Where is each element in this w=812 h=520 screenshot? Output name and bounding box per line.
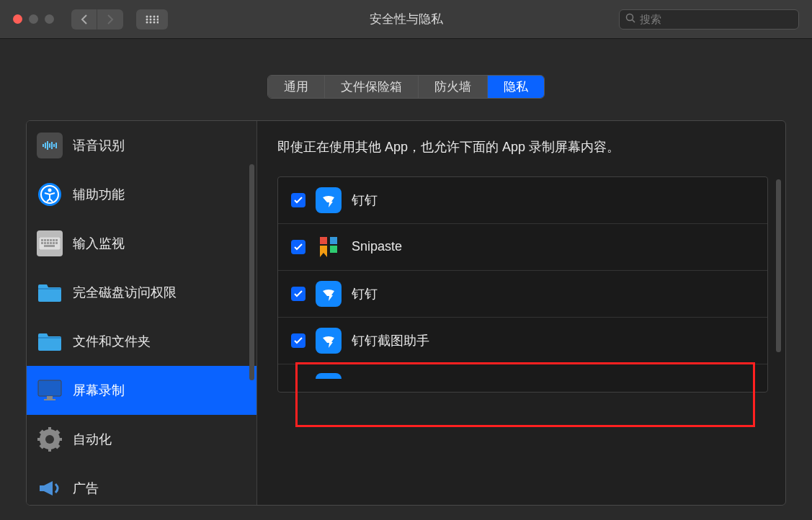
sidebar-item-label: 文件和文件夹: [73, 333, 151, 350]
tab-privacy[interactable]: 隐私: [488, 76, 544, 98]
svg-point-12: [627, 14, 633, 20]
sidebar: 语音识别 辅助功能 输入监视: [27, 121, 257, 505]
search-box[interactable]: [619, 9, 799, 30]
svg-rect-32: [44, 242, 46, 244]
gear-icon: [37, 426, 63, 452]
sidebar-item-automation[interactable]: 自动化: [27, 415, 256, 464]
close-button[interactable]: [13, 14, 22, 24]
svg-line-13: [633, 19, 635, 22]
svg-rect-27: [47, 239, 49, 241]
nav-buttons: [71, 9, 123, 30]
dingtalk-icon: [316, 328, 342, 354]
svg-rect-54: [330, 237, 337, 244]
svg-rect-28: [50, 239, 52, 241]
sidebar-item-label: 辅助功能: [73, 186, 125, 203]
svg-point-11: [157, 21, 159, 23]
svg-rect-20: [55, 143, 57, 148]
sidebar-item-voice[interactable]: 语音识别: [27, 121, 256, 170]
checkbox[interactable]: [291, 333, 305, 348]
tabs-row: 通用 文件保险箱 防火墙 隐私: [0, 39, 812, 120]
app-item-peek[interactable]: [278, 364, 767, 383]
show-all-button[interactable]: [136, 9, 168, 30]
svg-rect-15: [45, 143, 46, 148]
svg-rect-29: [53, 239, 55, 241]
dingtalk-icon: [316, 187, 342, 213]
svg-rect-39: [38, 337, 61, 339]
sidebar-item-label: 语音识别: [73, 137, 125, 154]
sidebar-item-ads[interactable]: 广告: [27, 464, 256, 505]
checkbox[interactable]: [291, 193, 305, 207]
accessibility-icon: [37, 181, 63, 207]
sidebar-item-files-folders[interactable]: 文件和文件夹: [27, 317, 256, 366]
svg-rect-42: [44, 399, 55, 400]
app-name: 钉钉: [352, 192, 378, 209]
sidebar-item-label: 自动化: [73, 431, 112, 448]
sidebar-item-label: 广告: [73, 480, 99, 497]
maximize-button[interactable]: [45, 14, 54, 24]
forward-button[interactable]: [97, 9, 123, 30]
content-box: 语音识别 辅助功能 输入监视: [26, 120, 786, 506]
app-list-scrollbar[interactable]: [776, 179, 781, 352]
app-item[interactable]: 钉钉: [278, 271, 767, 318]
dingtalk-icon: [316, 281, 342, 307]
app-name: 钉钉截图助手: [352, 332, 429, 349]
sidebar-scrollbar[interactable]: [249, 164, 254, 380]
svg-rect-47: [37, 438, 42, 441]
sidebar-item-input-monitoring[interactable]: 输入监视: [27, 219, 256, 268]
sidebar-item-label: 输入监视: [73, 235, 125, 252]
app-name: Snipaste: [352, 239, 402, 254]
svg-rect-38: [38, 288, 61, 290]
back-button[interactable]: [71, 9, 97, 30]
folder-icon: [37, 328, 63, 354]
svg-rect-30: [55, 239, 58, 241]
keyboard-icon: [37, 230, 63, 256]
svg-point-2: [153, 15, 156, 17]
checkbox[interactable]: [291, 240, 305, 254]
sidebar-item-full-disk[interactable]: 完全磁盘访问权限: [27, 268, 256, 317]
svg-rect-26: [44, 239, 46, 241]
svg-point-9: [150, 21, 152, 23]
svg-point-1: [150, 15, 152, 17]
app-list-wrapper: 钉钉: [277, 176, 768, 490]
svg-rect-16: [47, 141, 48, 150]
svg-rect-40: [38, 380, 61, 396]
sidebar-item-label: 完全磁盘访问权限: [73, 284, 177, 301]
svg-rect-41: [47, 396, 53, 399]
svg-rect-35: [53, 242, 55, 244]
svg-point-44: [45, 435, 54, 444]
voice-icon: [37, 133, 63, 158]
svg-rect-36: [55, 242, 58, 244]
titlebar: 安全性与隐私: [0, 0, 812, 39]
description-text: 即使正在使用其他 App，也允许下面的 App 录制屏幕内容。: [277, 137, 768, 158]
content-area: 语音识别 辅助功能 输入监视: [0, 120, 812, 520]
app-item[interactable]: 钉钉: [278, 177, 767, 224]
display-icon: [37, 377, 63, 403]
tabs: 通用 文件保险箱 防火墙 隐私: [267, 75, 545, 99]
folder-icon: [37, 279, 63, 305]
traffic-lights: [13, 14, 54, 24]
preferences-window: 安全性与隐私 通用 文件保险箱 防火墙 隐私: [0, 0, 812, 520]
search-input[interactable]: [640, 13, 793, 25]
tab-general[interactable]: 通用: [268, 76, 325, 98]
checkbox[interactable]: [291, 287, 305, 301]
svg-point-4: [146, 18, 148, 20]
svg-point-10: [153, 21, 156, 23]
main-panel: 即使正在使用其他 App，也允许下面的 App 录制屏幕内容。 钉钉: [257, 121, 785, 505]
app-item[interactable]: Snipaste: [278, 224, 767, 271]
app-list: 钉钉: [277, 176, 768, 393]
window-title: 安全性与隐私: [370, 11, 443, 27]
svg-rect-18: [51, 142, 53, 149]
sidebar-item-accessibility[interactable]: 辅助功能: [27, 170, 256, 219]
app-item[interactable]: 钉钉截图助手: [278, 318, 767, 364]
svg-rect-37: [44, 245, 55, 247]
svg-rect-34: [50, 242, 52, 244]
svg-rect-53: [320, 237, 327, 244]
svg-rect-25: [41, 239, 43, 241]
app-name: 钉钉: [352, 285, 378, 302]
svg-point-8: [146, 21, 148, 23]
minimize-button[interactable]: [29, 14, 38, 24]
tab-filevault[interactable]: 文件保险箱: [325, 76, 419, 98]
dingtalk-icon: [316, 373, 342, 379]
tab-firewall[interactable]: 防火墙: [419, 76, 488, 98]
sidebar-item-screen-recording[interactable]: 屏幕录制: [27, 366, 256, 415]
